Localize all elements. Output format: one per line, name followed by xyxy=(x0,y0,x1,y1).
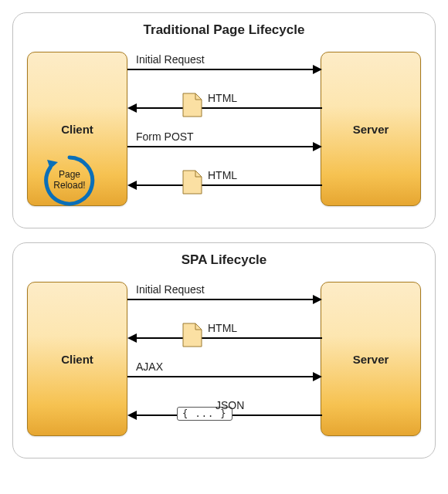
arrow-ajax-head xyxy=(313,372,322,381)
arrow-label-initial: Initial Request xyxy=(136,53,205,66)
arrow-formpost-head xyxy=(313,142,322,151)
server-label: Server xyxy=(353,123,389,136)
document-icon xyxy=(182,169,203,195)
panel-traditional: Traditional Page Lifecycle Client Server… xyxy=(12,12,436,228)
page-reload-badge: Page Reload! xyxy=(41,152,98,209)
panel-spa: SPA Lifecycle Client Server Initial Requ… xyxy=(12,242,436,458)
arrow-label-initial-spa: Initial Request xyxy=(136,283,205,296)
stage-traditional: Client Server Initial Request HTML Form … xyxy=(24,44,424,214)
arrow-html2-line xyxy=(137,184,322,186)
document-icon xyxy=(182,92,203,118)
arrow-label-html2: HTML xyxy=(208,169,237,181)
client-label: Client xyxy=(61,123,93,136)
panel-title-traditional: Traditional Page Lifecycle xyxy=(24,22,424,38)
arrow-initial-line xyxy=(127,69,313,70)
arrow-formpost-line xyxy=(127,146,313,147)
client-label: Client xyxy=(61,353,93,366)
server-label: Server xyxy=(353,353,389,366)
arrow-html2-head xyxy=(127,181,137,190)
arrow-html1-head xyxy=(127,103,137,113)
arrow-label-ajax: AJAX xyxy=(136,360,163,373)
arrow-json-head xyxy=(127,411,137,420)
arrow-label-formpost: Form POST xyxy=(136,130,194,143)
stage-spa: Client Server Initial Request HTML AJAX … xyxy=(24,274,424,444)
client-box-spa: Client xyxy=(27,282,127,436)
document-icon xyxy=(182,322,203,348)
arrow-label-json: JSON xyxy=(216,399,244,411)
arrow-html-spa-head xyxy=(127,333,137,343)
arrow-label-html1: HTML xyxy=(208,92,237,104)
arrow-initial-spa-line xyxy=(127,299,313,300)
server-box-traditional: Server xyxy=(321,52,421,206)
arrow-initial-spa-head xyxy=(313,295,322,304)
arrow-ajax-line xyxy=(127,376,313,377)
arrow-initial-head xyxy=(313,65,322,74)
arrow-html1-line xyxy=(137,107,322,109)
page-reload-text: Page Reload! xyxy=(41,152,98,209)
arrow-html-spa-line xyxy=(137,337,322,339)
arrow-label-html-spa: HTML xyxy=(208,322,237,334)
server-box-spa: Server xyxy=(321,282,421,436)
panel-title-spa: SPA Lifecycle xyxy=(24,252,424,268)
